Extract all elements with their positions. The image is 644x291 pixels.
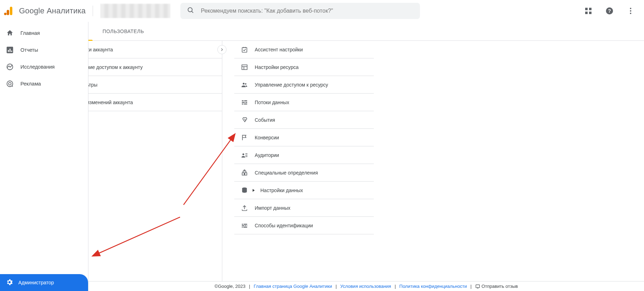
sidebar-item-label: Администратор <box>18 280 54 285</box>
sidebar-item-label: Исследования <box>20 64 55 70</box>
svg-rect-45 <box>242 225 244 226</box>
svg-point-40 <box>244 170 245 171</box>
svg-rect-43 <box>242 224 243 225</box>
search-icon <box>187 6 194 15</box>
svg-rect-8 <box>589 12 592 14</box>
svg-point-3 <box>188 8 192 12</box>
svg-rect-15 <box>8 50 9 52</box>
sidebar-item-reports[interactable]: Отчеты <box>0 42 88 58</box>
footer-copyright: ©Google, 2023 <box>215 284 246 289</box>
footer-link-privacy[interactable]: Политика конфиденциальности <box>400 284 467 289</box>
setup-assistant-row[interactable]: Ассистент настройки <box>234 41 374 58</box>
svg-point-34 <box>242 153 244 155</box>
svg-rect-1 <box>7 10 9 15</box>
account-filters-row[interactable]: ьтры <box>88 76 222 94</box>
svg-rect-21 <box>242 48 247 52</box>
account-history-row[interactable]: изменений аккаунта <box>88 94 222 111</box>
property-access-row[interactable]: Управление доступом к ресурсу <box>234 76 374 94</box>
svg-rect-48 <box>242 227 243 228</box>
bar-chart-icon <box>6 46 14 54</box>
database-icon <box>241 186 248 194</box>
svg-rect-29 <box>242 102 245 103</box>
svg-rect-28 <box>244 100 247 101</box>
data-settings-row[interactable]: Настройки данных <box>234 182 374 199</box>
svg-rect-53 <box>476 285 479 287</box>
expand-caret-icon <box>252 188 255 193</box>
svg-point-26 <box>245 83 246 84</box>
reporting-identity-row[interactable]: Способы идентификации <box>234 217 374 234</box>
ads-icon <box>6 80 14 88</box>
svg-rect-39 <box>245 173 247 175</box>
sidebar-item-admin[interactable]: Администратор <box>0 274 88 291</box>
svg-rect-35 <box>246 153 248 154</box>
admin-tabs: ПОЛЬЗОВАТЕЛЬ <box>88 22 644 41</box>
svg-rect-27 <box>242 100 244 101</box>
svg-point-20 <box>8 82 11 85</box>
flag-icon <box>241 134 248 141</box>
streams-icon <box>241 99 248 106</box>
apps-icon[interactable] <box>581 4 595 18</box>
divider <box>93 6 93 16</box>
svg-rect-30 <box>246 102 247 103</box>
tab-user[interactable]: ПОЛЬЗОВАТЕЛЬ <box>102 29 145 34</box>
data-streams-row[interactable]: Потоки данных <box>234 94 374 111</box>
svg-rect-44 <box>244 224 247 225</box>
identity-icon <box>241 222 248 229</box>
people-icon <box>241 81 248 89</box>
events-icon <box>241 116 248 124</box>
svg-rect-31 <box>242 103 243 105</box>
explore-icon <box>6 63 14 71</box>
search-input[interactable] <box>200 7 414 14</box>
svg-line-4 <box>192 11 193 13</box>
svg-marker-42 <box>253 189 255 192</box>
conversions-row[interactable]: Конверсии <box>234 129 374 146</box>
help-icon[interactable]: ? <box>602 4 617 18</box>
app-logo-block[interactable]: Google Аналитика <box>2 5 86 17</box>
svg-point-2 <box>4 13 7 15</box>
account-settings-row[interactable]: ки аккаунта <box>88 41 222 58</box>
sidebar-item-label: Отчеты <box>20 47 38 53</box>
svg-rect-0 <box>10 7 12 15</box>
svg-rect-16 <box>10 49 11 52</box>
svg-rect-37 <box>246 156 248 157</box>
svg-rect-32 <box>244 103 247 105</box>
upload-icon <box>241 204 248 212</box>
audiences-row[interactable]: Аудитории <box>234 146 374 164</box>
gear-icon <box>6 278 13 287</box>
data-import-row[interactable]: Импорт данных <box>234 199 374 217</box>
sidebar-item-home[interactable]: Главная <box>0 25 88 42</box>
footer-feedback-link[interactable]: Отправить отзыв <box>482 284 518 289</box>
svg-point-25 <box>243 83 244 84</box>
footer-link-home[interactable]: Главная страница Google Аналитики <box>254 284 332 289</box>
collapse-column-icon[interactable] <box>217 45 227 54</box>
account-selector[interactable] <box>100 4 171 18</box>
events-row[interactable]: События <box>234 111 374 129</box>
layout-icon <box>241 63 248 71</box>
svg-rect-22 <box>242 65 247 69</box>
account-access-row[interactable]: ние доступом к аккаунту <box>88 58 222 76</box>
footer-link-tos[interactable]: Условия использования <box>340 284 391 289</box>
svg-rect-38 <box>242 173 244 175</box>
sidebar-item-ads[interactable]: Реклама <box>0 75 88 92</box>
page-footer: ©Google, 2023 | Главная страница Google … <box>88 281 644 291</box>
svg-rect-7 <box>585 12 588 14</box>
svg-rect-6 <box>589 8 592 10</box>
svg-rect-49 <box>243 227 247 228</box>
more-vert-icon[interactable] <box>624 4 638 18</box>
svg-rect-36 <box>246 155 248 156</box>
sidebar-item-label: Реклама <box>20 81 41 87</box>
audiences-icon <box>241 151 248 159</box>
svg-point-11 <box>630 8 631 9</box>
svg-point-13 <box>630 13 631 14</box>
property-settings-row[interactable]: Настройки ресурса <box>234 58 374 76</box>
sidebar-item-explore[interactable]: Исследования <box>0 58 88 75</box>
feedback-icon <box>475 284 480 289</box>
svg-rect-17 <box>11 51 12 52</box>
custom-definitions-row[interactable]: Специальные определения <box>234 164 374 182</box>
svg-point-12 <box>630 10 631 12</box>
app-title: Google Аналитика <box>19 6 86 15</box>
sidebar-item-label: Главная <box>20 30 40 36</box>
home-icon <box>6 29 14 37</box>
search-bar[interactable] <box>180 3 420 19</box>
sidebar-nav: Главная Отчеты Исследования <box>0 22 88 291</box>
